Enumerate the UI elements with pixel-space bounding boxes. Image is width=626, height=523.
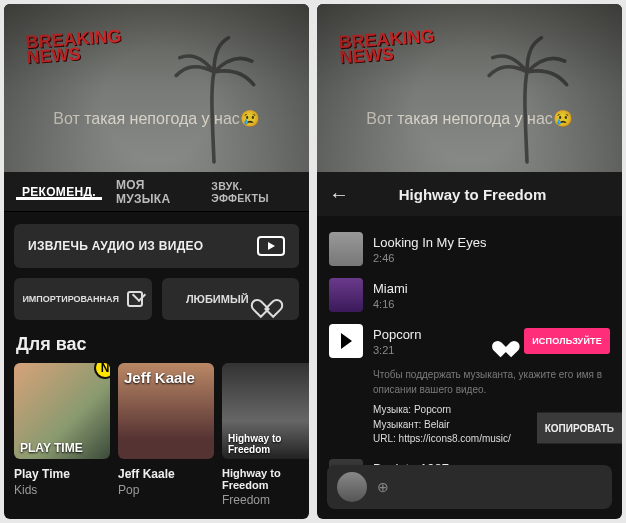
use-track-button[interactable]: ИСПОЛЬЗУЙТЕ — [524, 328, 610, 354]
credits-music-label: Музыка: — [373, 404, 411, 415]
palm-silhouette — [169, 34, 259, 164]
credits-artist: Belair — [424, 419, 450, 430]
copy-button[interactable]: КОПИРОВАТЬ — [537, 412, 622, 443]
track-row[interactable]: Miami 4:16 — [317, 272, 622, 318]
playlist-thumb: Highway to Freedom — [222, 363, 309, 459]
track-row-selected[interactable]: Popcorn 3:21 ИСПОЛЬЗУЙТЕ — [317, 318, 622, 364]
credits-music: Popcorn — [414, 404, 451, 415]
emoji-icon: 😢 — [553, 110, 573, 127]
credits-url: https://icons8.com/music/ — [399, 433, 511, 444]
extract-audio-label: ИЗВЛЕЧЬ АУДИО ИЗ ВИДЕО — [28, 239, 204, 253]
track-duration: 4:16 — [373, 298, 610, 310]
tab-recommended[interactable]: РЕКОМЕНД. — [12, 185, 106, 199]
track-duration: 3:21 — [373, 344, 486, 356]
emoji-icon: 😢 — [240, 110, 260, 127]
track-name: Miami — [373, 281, 610, 296]
heart-icon — [257, 291, 275, 307]
credits-artist-label: Музыкант: — [373, 419, 421, 430]
heart-icon[interactable] — [498, 334, 513, 348]
track-thumb — [329, 232, 363, 266]
play-icon[interactable] — [329, 324, 363, 358]
preview-caption-text: Вот такая непогода у нас — [366, 110, 553, 127]
section-for-you-title: Для вас — [4, 334, 309, 363]
track-thumb — [329, 278, 363, 312]
playlist-card[interactable]: Highway to Freedom Highway to Freedom Fr… — [222, 363, 309, 507]
track-duration: 2:46 — [373, 252, 610, 264]
thumb-label: Jeff Kaale — [118, 363, 201, 390]
breaking-news-sticker: BREAKING NEWS — [25, 29, 123, 66]
track-row[interactable]: Looking In My Eyes 2:46 — [317, 226, 622, 272]
playlist-name: Jeff Kaale — [118, 467, 214, 481]
extract-audio-button[interactable]: ИЗВЛЕЧЬ АУДИО ИЗ ВИДЕО — [14, 224, 299, 268]
playlist-card[interactable]: Jeff Kaale Jeff Kaale Pop — [118, 363, 214, 507]
favorites-button[interactable]: ЛЮБИМЫЙ — [162, 278, 300, 320]
track-name: Looking In My Eyes — [373, 235, 610, 250]
imported-button[interactable]: ИМПОРТИРОВАННАЯ — [14, 278, 152, 320]
playlist-genre: Pop — [118, 483, 214, 497]
credits-hint: Чтобы поддержать музыканта, укажите его … — [317, 364, 622, 403]
track-list[interactable]: Looking In My Eyes 2:46 Miami 4:16 Popco… — [317, 216, 622, 499]
thumb-label: PLAY TIME — [14, 437, 89, 459]
track-info: Looking In My Eyes 2:46 — [373, 235, 610, 264]
playlist-genre: Kids — [14, 483, 110, 497]
imported-label: ИМПОРТИРОВАННАЯ — [22, 294, 119, 304]
bottom-bar: ⊕ — [327, 465, 612, 509]
video-preview: BREAKING NEWS Вот такая непогода у нас😢 — [317, 4, 622, 172]
preview-caption: Вот такая непогода у нас😢 — [4, 109, 309, 128]
track-info: Miami 4:16 — [373, 281, 610, 310]
playlist-thumb: N PLAY TIME — [14, 363, 110, 459]
playlist-genre: Freedom — [222, 493, 309, 507]
back-icon[interactable]: ← — [329, 183, 349, 206]
screen-music-library: BREAKING NEWS Вот такая непогода у нас😢 … — [4, 4, 309, 519]
palm-silhouette — [482, 34, 572, 164]
playlist-name: Highway to Freedom — [222, 467, 309, 491]
tabs-bar: РЕКОМЕНД. МОЯ МУЗЫКА ЗВУК. ЭФФЕКТЫ — [4, 172, 309, 212]
breaking-news-sticker: BREAKING NEWS — [338, 29, 436, 66]
for-you-cards[interactable]: N PLAY TIME Play Time Kids Jeff Kaale Je… — [4, 363, 309, 513]
credits-block: Музыка: Popcorn Музыкант: Belair URL: ht… — [317, 403, 622, 453]
screen-playlist-detail: BREAKING NEWS Вот такая непогода у нас😢 … — [317, 4, 622, 519]
playlist-name: Play Time — [14, 467, 110, 481]
avatar[interactable] — [337, 472, 367, 502]
video-preview: BREAKING NEWS Вот такая непогода у нас😢 — [4, 4, 309, 172]
page-title: Highway to Freedom — [361, 186, 610, 203]
new-badge: N — [94, 363, 110, 379]
favorites-label: ЛЮБИМЫЙ — [186, 293, 249, 305]
preview-caption: Вот такая непогода у нас😢 — [317, 109, 622, 128]
track-info: Popcorn 3:21 — [373, 327, 486, 356]
thumb-label: Highway to Freedom — [222, 429, 309, 459]
playlist-thumb: Jeff Kaale — [118, 363, 214, 459]
credits-url-label: URL: — [373, 433, 396, 444]
tab-my-music[interactable]: МОЯ МУЗЫКА — [106, 178, 201, 206]
video-icon — [257, 236, 285, 256]
preview-caption-text: Вот такая непогода у нас — [53, 110, 240, 127]
track-name: Popcorn — [373, 327, 486, 342]
tab-sound-effects[interactable]: ЗВУК. ЭФФЕКТЫ — [201, 180, 301, 204]
quick-buttons-row: ИМПОРТИРОВАННАЯ ЛЮБИМЫЙ — [4, 278, 309, 334]
playlist-card[interactable]: N PLAY TIME Play Time Kids — [14, 363, 110, 507]
detail-header: ← Highway to Freedom — [317, 172, 622, 216]
import-icon — [127, 291, 143, 307]
globe-icon[interactable]: ⊕ — [377, 479, 389, 495]
